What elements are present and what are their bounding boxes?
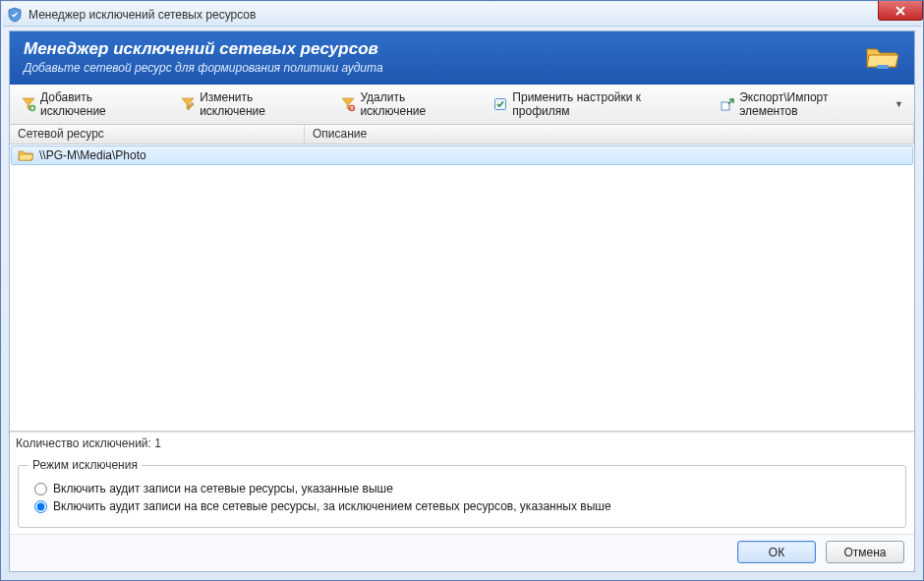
add-exclusion-button[interactable]: Добавить исключение <box>14 87 167 122</box>
table-row[interactable]: \\PG-M\Media\Photo <box>11 145 913 165</box>
toolbar-label: Изменить исключение <box>200 90 320 118</box>
count-label: Количество исключений: <box>16 436 151 450</box>
count-value: 1 <box>154 436 161 450</box>
apply-icon <box>492 96 508 112</box>
funnel-edit-icon <box>180 96 196 112</box>
cell-resource: \\PG-M\Media\Photo <box>39 148 146 162</box>
toolbar-label: Применить настройки к профилям <box>512 90 700 118</box>
close-button[interactable] <box>878 1 923 21</box>
titlebar: Менеджер исключений сетевых ресурсов <box>3 3 921 27</box>
svg-rect-4 <box>722 102 729 110</box>
column-header-resource[interactable]: Сетевой ресурс <box>10 125 305 144</box>
chevron-down-icon: ▼ <box>895 99 903 109</box>
toolbar: Добавить исключение Изменить исключение … <box>10 85 914 125</box>
radio-include-label[interactable]: Включить аудит записи на сетевые ресурсы… <box>53 482 393 495</box>
svg-rect-0 <box>877 65 889 69</box>
dialog-footer: ОК Отмена <box>10 534 914 571</box>
header-title: Менеджер исключений сетевых ресурсов <box>24 39 383 59</box>
window-title: Менеджер исключений сетевых ресурсов <box>29 8 256 22</box>
toolbar-label: Экспорт\Импорт элементов <box>739 90 889 118</box>
export-import-icon <box>720 96 735 112</box>
grid-header: Сетевой ресурс Описание <box>10 125 914 145</box>
exclusions-grid: Сетевой ресурс Описание \\PG-M\Media\Pho… <box>10 125 914 432</box>
toolbar-label: Добавить исключение <box>40 90 160 118</box>
radio-exclude-label[interactable]: Включить аудит записи на все сетевые рес… <box>53 499 611 513</box>
toolbar-label: Удалить исключение <box>360 90 473 118</box>
ok-button[interactable]: ОК <box>737 541 816 563</box>
app-icon <box>7 7 23 23</box>
grid-body[interactable]: \\PG-M\Media\Photo <box>10 145 914 431</box>
radio-include[interactable] <box>34 483 47 495</box>
cancel-button[interactable]: Отмена <box>826 541 904 563</box>
apply-to-profiles-button[interactable]: Применить настройки к профилям <box>486 87 707 122</box>
button-label: Отмена <box>843 546 886 559</box>
header-subtitle: Добавьте сетевой ресурс для формирования… <box>24 61 383 75</box>
funnel-delete-icon <box>340 96 356 112</box>
window-frame: Менеджер исключений сетевых ресурсов Мен… <box>0 0 924 581</box>
close-icon <box>895 6 906 16</box>
dialog-body: Менеджер исключений сетевых ресурсов Доб… <box>9 30 915 572</box>
radio-exclude[interactable] <box>34 500 47 513</box>
button-label: ОК <box>769 546 784 559</box>
column-header-description[interactable]: Описание <box>305 125 914 144</box>
folder-icon <box>18 148 33 162</box>
network-folder-icon <box>865 41 900 73</box>
header-band: Менеджер исключений сетевых ресурсов Доб… <box>10 31 914 85</box>
export-import-button[interactable]: Экспорт\Импорт элементов ▼ <box>713 87 910 122</box>
exclusion-count: Количество исключений: 1 <box>10 432 914 454</box>
exclusion-mode-group: Режим исключения Включить аудит записи н… <box>18 458 906 528</box>
delete-exclusion-button[interactable]: Удалить исключение <box>333 87 480 122</box>
mode-legend: Режим исключения <box>29 458 142 472</box>
funnel-add-icon <box>21 96 36 112</box>
edit-exclusion-button[interactable]: Изменить исключение <box>173 87 327 122</box>
